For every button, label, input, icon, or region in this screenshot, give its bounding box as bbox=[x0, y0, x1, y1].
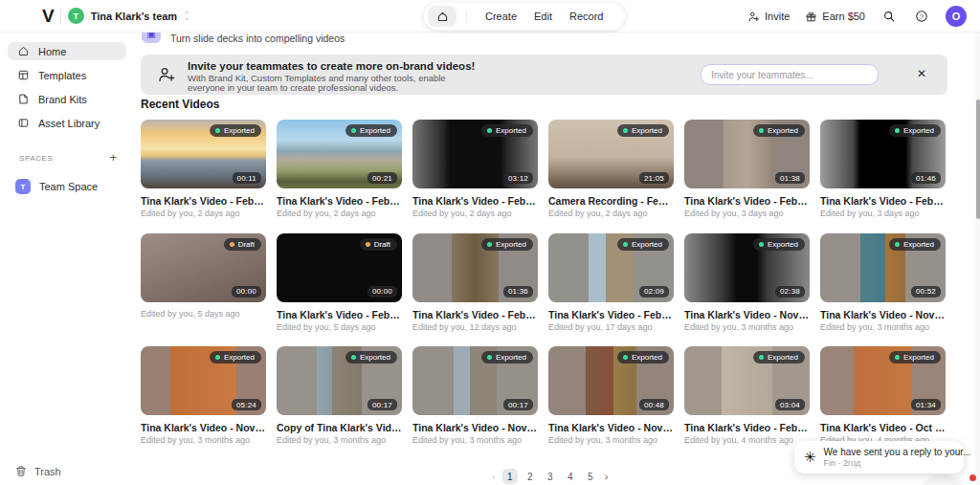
video-thumbnail[interactable]: Exported00:52 bbox=[820, 233, 946, 302]
video-thumbnail[interactable]: Exported00:17 bbox=[277, 346, 402, 415]
video-card[interactable]: Exported00:17Tina Klark's Video - Nov 17… bbox=[412, 346, 538, 445]
invite-button[interactable]: Invite bbox=[747, 11, 790, 23]
create-button[interactable]: Create bbox=[485, 11, 517, 22]
status-badge: Exported bbox=[210, 124, 261, 137]
pagination-prev-icon[interactable]: ‹ bbox=[490, 471, 498, 482]
video-title[interactable]: Tina Klark's Video - Oct 31, 2025 bbox=[820, 422, 946, 433]
video-duration: 01:38 bbox=[775, 172, 805, 184]
video-title[interactable]: Tina Klark's Video - Nov 12, 2025 bbox=[548, 422, 674, 433]
add-space-icon[interactable]: + bbox=[109, 153, 117, 163]
video-thumbnail[interactable]: Exported00:21 bbox=[277, 120, 402, 188]
video-card[interactable]: Draft00:00Tina Klark's Video - Feb 21, 2… bbox=[277, 233, 402, 332]
person-plus-icon bbox=[747, 11, 760, 23]
video-thumbnail[interactable]: Exported02:09 bbox=[548, 233, 674, 302]
video-thumbnail[interactable]: Exported00:11 bbox=[141, 120, 266, 188]
sidebar-item-brand-kits[interactable]: Brand Kits bbox=[8, 90, 126, 108]
video-thumbnail[interactable]: Exported00:17 bbox=[412, 346, 538, 415]
video-card[interactable]: Exported05:24Tina Klark's Video - Nov 21… bbox=[141, 346, 266, 445]
video-title[interactable]: Tina Klark's Video - Feb 22, 2026 bbox=[820, 195, 946, 207]
video-thumbnail[interactable]: Draft00:00 bbox=[277, 233, 402, 302]
video-title[interactable]: Tina Klark's Video - Nov 21, 2025 bbox=[141, 422, 266, 433]
sidebar-item-asset-library[interactable]: Asset Library bbox=[8, 114, 126, 132]
trash-label: Trash bbox=[34, 466, 61, 477]
pagination-page-4[interactable]: 4 bbox=[563, 469, 578, 484]
team-name[interactable]: Tina Klark's team bbox=[91, 11, 177, 22]
sidebar-item-home[interactable]: Home bbox=[8, 42, 126, 60]
pagination-page-1[interactable]: 1 bbox=[502, 469, 518, 484]
video-card[interactable]: Exported03:04Tina Klark's Video - Feb 14… bbox=[684, 346, 810, 445]
team-avatar[interactable]: T bbox=[68, 8, 84, 24]
pagination-next-icon[interactable]: › bbox=[603, 471, 611, 482]
video-title[interactable]: Copy of Tina Klark's Video - Nov 17, 202… bbox=[277, 422, 402, 433]
video-title[interactable]: Tina Klark's Video - Nov 17, 2025 bbox=[412, 422, 538, 433]
team-switcher-chevron-icon[interactable]: ⌃⌄ bbox=[184, 12, 189, 20]
video-title[interactable]: Tina Klark's Video - Feb 24, 2026 bbox=[141, 195, 266, 207]
video-title[interactable]: Tina Klark's Video - Nov 25, 2025 bbox=[684, 309, 810, 320]
user-avatar[interactable]: O bbox=[946, 6, 967, 27]
video-card[interactable]: Exported01:36Tina Klark's Video - Feb 14… bbox=[412, 233, 538, 332]
home-icon bbox=[17, 45, 30, 57]
video-thumbnail[interactable]: Exported21:05 bbox=[548, 120, 674, 188]
status-label: Exported bbox=[632, 240, 662, 249]
video-title[interactable]: Tina Klark's Video - Feb 14, 2025 bbox=[684, 422, 810, 433]
video-thumbnail[interactable]: Exported01:38 bbox=[684, 120, 810, 188]
home-icon[interactable] bbox=[428, 6, 457, 27]
video-card[interactable]: Exported00:48Tina Klark's Video - Nov 12… bbox=[548, 346, 674, 445]
video-title[interactable]: Tina Klark's Video - Feb 9, 2026 bbox=[548, 309, 674, 320]
video-card[interactable]: Exported03:12Tina Klark's Video - Feb 24… bbox=[412, 120, 538, 218]
video-title[interactable]: Tina Klark's Video - Feb 24, 2026 bbox=[412, 195, 538, 207]
status-badge: Exported bbox=[617, 124, 669, 137]
video-card[interactable]: Exported00:17Copy of Tina Klark's Video … bbox=[277, 346, 402, 445]
video-card[interactable]: Exported01:38Tina Klark's Video - Feb 23… bbox=[684, 120, 810, 218]
video-thumbnail[interactable]: Exported01:36 bbox=[412, 233, 538, 302]
video-thumbnail[interactable]: Exported02:38 bbox=[684, 233, 810, 302]
video-card[interactable]: Exported01:34Tina Klark's Video - Oct 31… bbox=[820, 346, 946, 445]
help-icon[interactable]: ? bbox=[913, 8, 930, 25]
video-title[interactable]: Tina Klark's Video - Feb 24, 2026 bbox=[277, 195, 402, 207]
video-card[interactable]: Exported21:05Camera Recording - Feb 21, … bbox=[548, 120, 674, 218]
vimeo-logo[interactable]: V bbox=[42, 7, 54, 25]
video-card[interactable]: Exported00:11Tina Klark's Video - Feb 24… bbox=[141, 120, 266, 218]
video-thumbnail[interactable]: Exported03:12 bbox=[412, 120, 538, 188]
status-badge: Exported bbox=[345, 124, 397, 137]
video-card[interactable]: Exported00:52Tina Klark's Video - Nov 23… bbox=[820, 233, 946, 332]
video-thumbnail[interactable]: Exported05:24 bbox=[141, 346, 266, 415]
scrollbar-track[interactable] bbox=[975, 33, 980, 485]
edit-button[interactable]: Edit bbox=[534, 11, 552, 22]
sidebar-item-trash[interactable]: Trash bbox=[15, 465, 61, 477]
gift-icon bbox=[805, 11, 817, 23]
scrollbar-thumb[interactable] bbox=[976, 99, 980, 219]
status-label: Exported bbox=[496, 353, 526, 362]
video-card[interactable]: Draft00:00Edited by you, 5 days ago bbox=[141, 233, 266, 319]
sidebar-item-templates[interactable]: Templates bbox=[8, 66, 126, 84]
video-title[interactable]: Tina Klark's Video - Feb 23, 2026 bbox=[684, 195, 810, 207]
chat-notification[interactable]: ✳ We have sent you a reply to your... Fi… bbox=[794, 441, 964, 474]
section-title: Recent Videos bbox=[141, 98, 219, 111]
record-button[interactable]: Record bbox=[569, 11, 603, 22]
sidebar-space-team-space[interactable]: TTeam Space bbox=[8, 176, 126, 197]
video-title[interactable]: Tina Klark's Video - Nov 23, 2025 bbox=[820, 309, 946, 320]
video-title[interactable]: Camera Recording - Feb 21, 2026 bbox=[548, 195, 674, 207]
video-card[interactable]: Exported02:09Tina Klark's Video - Feb 9,… bbox=[548, 233, 674, 332]
search-icon[interactable] bbox=[880, 8, 898, 25]
video-thumbnail[interactable]: Exported03:04 bbox=[684, 346, 810, 415]
video-card[interactable]: Exported02:38Tina Klark's Video - Nov 25… bbox=[684, 233, 810, 332]
pagination-page-5[interactable]: 5 bbox=[583, 469, 598, 484]
video-thumbnail[interactable]: Exported00:48 bbox=[548, 346, 674, 415]
pagination-page-2[interactable]: 2 bbox=[523, 469, 538, 484]
status-label: Exported bbox=[903, 126, 934, 135]
earn-button[interactable]: Earn $50 bbox=[805, 11, 865, 23]
video-card[interactable]: Exported00:21Tina Klark's Video - Feb 24… bbox=[277, 120, 402, 218]
video-title[interactable]: Tina Klark's Video - Feb 14, 2026 bbox=[412, 309, 538, 320]
video-thumbnail[interactable]: Draft00:00 bbox=[141, 233, 266, 302]
pagination-page-3[interactable]: 3 bbox=[543, 469, 558, 484]
video-thumbnail[interactable]: Exported01:34 bbox=[820, 346, 946, 415]
video-thumbnail[interactable]: Exported01:46 bbox=[820, 120, 946, 188]
invite-teammates-input[interactable] bbox=[701, 64, 879, 85]
video-title[interactable]: Tina Klark's Video - Feb 21, 2026 bbox=[277, 309, 402, 320]
video-card[interactable]: Exported01:46Tina Klark's Video - Feb 22… bbox=[820, 120, 946, 218]
status-badge: Exported bbox=[753, 351, 805, 364]
status-dot-icon bbox=[759, 128, 764, 133]
close-icon[interactable]: ✕ bbox=[917, 67, 926, 80]
video-meta: Edited by you, 12 days ago bbox=[412, 322, 538, 332]
